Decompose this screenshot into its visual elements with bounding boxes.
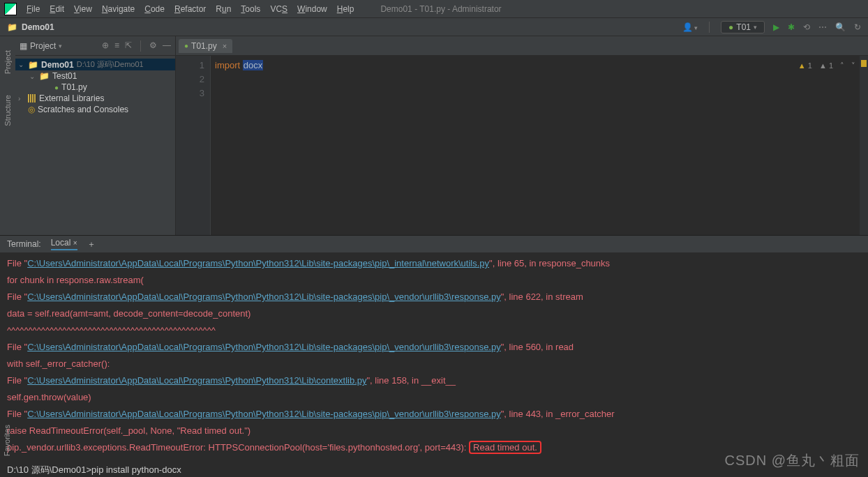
terminal-line: with self._error_catcher(): — [7, 356, 861, 372]
pycharm-logo-icon — [4, 3, 17, 15]
run-coverage-button[interactable]: ⟲ — [803, 22, 810, 32]
terminal-tab-local[interactable]: Local × — [51, 238, 77, 250]
menu-bar: File Edit View Navigate Code Refactor Ru… — [0, 0, 868, 18]
close-tab-icon[interactable]: × — [223, 42, 227, 50]
sidebar-favorites-tab[interactable]: Favorites — [3, 425, 11, 456]
search-icon[interactable]: 🔍 — [835, 22, 846, 32]
terminal-line: File "C:\Users\Administrator\AppData\Loc… — [7, 372, 861, 389]
traceback-link[interactable]: C:\Users\Administrator\AppData\Local\Pro… — [27, 375, 366, 386]
user-icon[interactable]: 👤 — [682, 22, 698, 32]
traceback-link[interactable]: C:\Users\Administrator\AppData\Local\Pro… — [27, 409, 501, 419]
folder-icon: 📁 — [39, 71, 50, 81]
project-pane: ▦ Project ▾ ⊕ ≡ ⇱ ⚙ — ⌄ 📁 Demo01 D:\10 源… — [15, 36, 176, 235]
terminal-error-line: pip._vendor.urllib3.exceptions.ReadTimeo… — [7, 439, 861, 456]
menu-refactor[interactable]: Refactor — [170, 3, 210, 15]
tree-root[interactable]: ⌄ 📁 Demo01 D:\10 源码\Demo01 — [15, 59, 175, 70]
next-highlight-icon[interactable]: ˅ — [851, 59, 855, 73]
terminal-body[interactable]: File "C:\Users\Administrator\AppData\Loc… — [0, 252, 868, 476]
gear-icon[interactable]: ⚙ — [149, 40, 157, 52]
code-content[interactable]: import docx ▲ 1 ▲ 1 ˄ ˅ — [211, 56, 868, 235]
chevron-down-icon: ▾ — [754, 24, 757, 31]
sidebar-project-tab[interactable]: Project — [3, 50, 12, 74]
tree-scratches[interactable]: ◎ Scratches and Consoles — [15, 104, 175, 115]
terminal-line: File "C:\Users\Administrator\AppData\Loc… — [7, 406, 861, 423]
project-tree: ⌄ 📁 Demo01 D:\10 源码\Demo01 ⌄ 📁 Test01 ● … — [15, 56, 175, 118]
line-gutter: 1 2 3 — [176, 56, 211, 235]
keyword: import — [215, 60, 240, 70]
prev-highlight-icon[interactable]: ˄ — [840, 59, 844, 73]
editor-tabbar: ● T01.py × — [176, 36, 868, 56]
terminal-prompt[interactable]: D:\10 源码\Demo01>pip install python-docx — [7, 462, 861, 476]
editor: ● T01.py × 1 2 3 import docx ▲ 1 ▲ 1 ˄ ˅ — [176, 36, 868, 235]
update-button[interactable]: ↻ — [854, 22, 861, 32]
menu-tools[interactable]: Tools — [237, 3, 264, 15]
separator — [709, 22, 710, 33]
warning-marker[interactable] — [861, 60, 867, 67]
terminal-panel: Terminal: Local × ＋ File "C:\Users\Admin… — [0, 235, 868, 476]
run-config-select[interactable]: ● T01 ▾ — [721, 21, 765, 33]
python-icon: ● — [184, 42, 188, 50]
terminal-title: Terminal: — [7, 239, 41, 249]
folder-icon: 📁 — [28, 60, 38, 70]
error-stripe[interactable] — [860, 56, 868, 235]
debug-button[interactable]: ✱ — [788, 22, 795, 32]
new-terminal-button[interactable]: ＋ — [87, 238, 96, 250]
python-icon: ● — [54, 84, 59, 91]
menu-navigate[interactable]: Navigate — [98, 3, 139, 15]
nav-toolbar: 📁 Demo01 👤 ● T01 ▾ ▶ ✱ ⟲ ⋯ 🔍 ↻ — [0, 18, 868, 36]
chevron-down-icon: ⌄ — [29, 73, 36, 80]
traceback-link[interactable]: C:\Users\Administrator\AppData\Local\Pro… — [27, 342, 501, 352]
highlighted-error: Read timed out. — [469, 441, 541, 454]
editor-tab-t01[interactable]: ● T01.py × — [179, 39, 232, 53]
terminal-line: File "C:\Users\Administrator\AppData\Loc… — [7, 289, 861, 305]
run-button[interactable]: ▶ — [773, 22, 779, 32]
folder-icon: 📁 — [7, 22, 17, 32]
menu-file[interactable]: File — [22, 3, 44, 15]
sidebar-structure-tab[interactable]: Structure — [3, 95, 12, 126]
terminal-line: File "C:\Users\Administrator\AppData\Loc… — [7, 339, 861, 356]
project-pane-header: ▦ Project ▾ ⊕ ≡ ⇱ ⚙ — — [15, 36, 175, 56]
collapse-icon[interactable]: ⇱ — [125, 40, 132, 52]
selected-module: docx — [243, 60, 263, 70]
terminal-line: File "C:\Users\Administrator\AppData\Loc… — [7, 255, 861, 272]
traceback-link[interactable]: C:\Users\Administrator\AppData\Local\Pro… — [27, 258, 489, 268]
scratches-icon: ◎ — [28, 105, 35, 114]
expand-icon[interactable]: ≡ — [114, 40, 119, 52]
terminal-line: ^^^^^^^^^^^^^^^^^^^^^^^^^^^^^^^^^^^^^^^^… — [7, 322, 861, 339]
more-run-button[interactable]: ⋯ — [818, 22, 827, 32]
terminal-line: for chunk in response.raw.stream( — [7, 272, 861, 289]
target-icon[interactable]: ⊕ — [102, 40, 109, 52]
breadcrumb-project[interactable]: Demo01 — [22, 22, 54, 32]
menu-window[interactable]: Window — [293, 3, 331, 15]
left-gutter: Project Structure — [0, 36, 15, 235]
project-pane-title[interactable]: ▦ Project ▾ — [20, 41, 62, 51]
separator — [140, 40, 141, 52]
menu-vcs[interactable]: VCS — [266, 3, 292, 15]
tree-external-libs[interactable]: › External Libraries — [15, 93, 175, 104]
inspection-badges[interactable]: ▲ 1 ▲ 1 ˄ ˅ — [798, 59, 855, 73]
tree-file-t01[interactable]: ● T01.py — [15, 82, 175, 93]
code-area[interactable]: 1 2 3 import docx ▲ 1 ▲ 1 ˄ ˅ — [176, 56, 868, 235]
hide-icon[interactable]: — — [163, 40, 171, 52]
main-area: Project Structure ▦ Project ▾ ⊕ ≡ ⇱ ⚙ — … — [0, 36, 868, 235]
traceback-link[interactable]: C:\Users\Administrator\AppData\Local\Pro… — [27, 292, 501, 302]
menu-code[interactable]: Code — [140, 3, 169, 15]
chevron-right-icon: › — [18, 95, 25, 103]
close-icon[interactable]: × — [73, 239, 77, 247]
window-title: Demo01 - T01.py - Administrator — [380, 4, 501, 14]
python-icon: ● — [728, 22, 733, 32]
warning-icon: ▲ — [798, 61, 806, 70]
tree-folder-test01[interactable]: ⌄ 📁 Test01 — [15, 70, 175, 82]
menu-help[interactable]: Help — [333, 3, 359, 15]
weak-warning-icon: ▲ — [819, 61, 827, 70]
library-icon — [28, 94, 36, 103]
run-config-label: T01 — [736, 22, 751, 32]
menu-run[interactable]: Run — [211, 3, 235, 15]
terminal-line: data = self.read(amt=amt, decode_content… — [7, 305, 861, 322]
chevron-down-icon: ⌄ — [18, 61, 25, 68]
terminal-line: raise ReadTimeoutError(self._pool, None,… — [7, 423, 861, 439]
terminal-line: self.gen.throw(value) — [7, 389, 861, 406]
menu-edit[interactable]: Edit — [45, 3, 68, 15]
terminal-header: Terminal: Local × ＋ — [0, 236, 868, 252]
menu-view[interactable]: View — [70, 3, 96, 15]
